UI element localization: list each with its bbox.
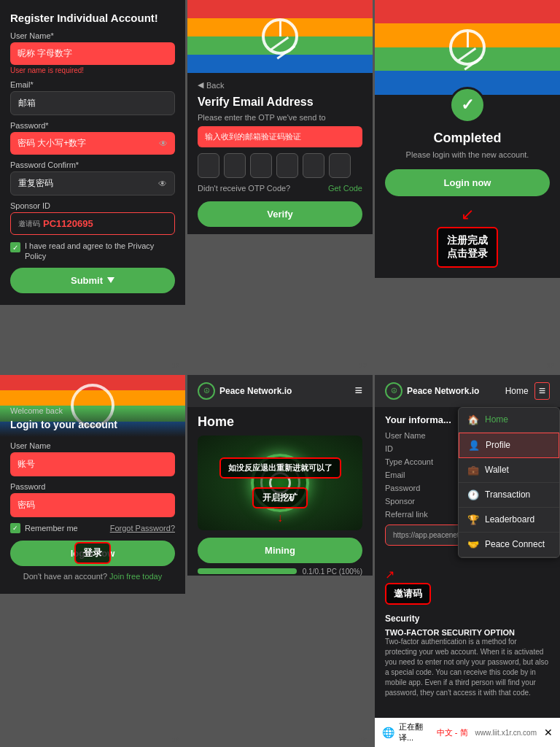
completed-cell: Completed Please login with the new acco… — [375, 0, 560, 373]
submit-button[interactable]: Submit — [10, 268, 175, 293]
username-group: User Name* 昵称 字母数字 User name is required… — [10, 31, 175, 74]
verify-subtitle: Please enter the OTP we've send to — [198, 113, 362, 122]
password-confirm-group: Password Confirm* 重复密码 👁 — [10, 160, 175, 196]
username-input[interactable]: 昵称 字母数字 — [10, 42, 175, 65]
email-input[interactable]: 邮箱 — [10, 91, 175, 115]
transaction-dropdown-icon: 🕐 — [467, 489, 479, 500]
completed-subtitle: Please login with the new account. — [406, 150, 529, 159]
privacy-checkbox[interactable] — [10, 242, 20, 252]
otp-box-4[interactable] — [276, 153, 298, 178]
privacy-row: I have read and agree to the Privacy Pol… — [10, 241, 175, 262]
password-input[interactable]: 密码 大小写+数字 👁 — [10, 132, 175, 155]
login-now-button[interactable]: Login now — [385, 169, 550, 196]
translate-status-text: 正在翻译... — [399, 721, 432, 743]
email-group: Email* 邮箱 — [10, 80, 175, 115]
home-dropdown-icon: 🏠 — [467, 414, 479, 425]
forgot-password-link[interactable]: Forgot Password? — [110, 524, 175, 533]
translate-bar: 🌐 正在翻译... 中文 - 简 www.liit.x1r.cn.com ✕ — [375, 718, 560, 747]
dropdown-item-leaderboard[interactable]: 🏆 Leaderboard — [459, 508, 559, 533]
login-username-input[interactable]: 账号 — [10, 452, 175, 476]
page-number: 18 — [172, 362, 179, 369]
login-flag-bg: Welcome back Login to your account — [0, 375, 185, 437]
peace-symbol — [262, 18, 298, 55]
register-complete-annotation: 注册完成点击登录 — [437, 227, 498, 268]
signup-link[interactable]: Join free today — [109, 572, 162, 581]
get-code-link[interactable]: Get Code — [328, 184, 362, 193]
password-label: Password* — [10, 121, 175, 130]
login-title: Login to your account — [10, 418, 117, 431]
profile-brand-name: Peace Network.io — [407, 386, 479, 396]
check-circle-icon — [449, 87, 486, 123]
verify-cell: ◀ Back Verify Email Address Please enter… — [187, 0, 373, 373]
otp-boxes — [198, 153, 362, 178]
referral-annotation-area: ↗ 邀请码 — [385, 568, 550, 605]
progress-bar — [198, 568, 297, 574]
mining-image: 如没反应退出重新进就可以了 开启挖矿 ↓ — [198, 436, 362, 530]
home-header: ☮ Peace Network.io ≡ — [187, 375, 373, 407]
verify-title: Verify Email Address — [198, 96, 362, 109]
eye-icon[interactable]: 👁 — [159, 139, 168, 149]
page-number: 18 — [172, 736, 179, 743]
login-password-input[interactable]: 密码 — [10, 493, 175, 517]
translate-close-button[interactable]: ✕ — [544, 727, 553, 738]
email-label: Email* — [10, 80, 175, 89]
wallet-dropdown-icon: 💼 — [467, 465, 479, 476]
page-number: 18 — [359, 362, 367, 369]
sponsor-hint: 邀请码 — [18, 219, 40, 229]
sponsor-input[interactable]: 邀请码 PC1120695 — [10, 212, 175, 235]
dropdown-item-profile[interactable]: 👤 Profile — [459, 433, 559, 458]
peace-symbol-completed — [449, 29, 486, 66]
start-mining-annotation: 开启挖矿 — [252, 487, 308, 508]
mining-annotation: 如没反应退出重新进就可以了 — [219, 457, 341, 479]
otp-box-5[interactable] — [303, 153, 324, 178]
dropdown-item-home[interactable]: 🏠 Home — [459, 408, 559, 433]
profile-brand-icon: ☮ — [385, 382, 402, 400]
profile-cell: ☮ Peace Network.io Home ≡ Your informa..… — [375, 375, 560, 748]
completed-flag-bg — [375, 0, 560, 95]
login-button[interactable]: 登录 login now — [10, 541, 175, 566]
flag-background — [187, 0, 373, 73]
two-factor-text: Two-factor authentication is a method fo… — [385, 637, 550, 698]
referral-annotation: 邀请码 — [385, 583, 431, 605]
hamburger-icon[interactable]: ≡ — [354, 383, 362, 398]
login-annotation: 登录 — [74, 542, 111, 564]
page-number: 18 — [359, 736, 367, 743]
mining-button[interactable]: Mining — [198, 538, 362, 563]
otp-box-3[interactable] — [250, 153, 272, 178]
two-factor-title: TWO-FACTOR SECURITY OPTION — [385, 628, 550, 637]
eye-icon-confirm[interactable]: 👁 — [158, 179, 167, 189]
username-error: User name is required! — [10, 66, 175, 74]
progress-text: 0.1/0.1 PC (100%) — [303, 568, 362, 576]
otp-box-1[interactable] — [198, 153, 219, 178]
translate-site: www.liit.x1r.cn.com — [475, 729, 537, 737]
profile-brand-logo: ☮ Peace Network.io — [385, 382, 479, 400]
otp-box-6[interactable] — [329, 153, 351, 178]
resend-row: Didn't receive OTP Code? Get Code — [198, 184, 362, 193]
home-nav-label[interactable]: Home — [505, 386, 529, 396]
brand-logo: ☮ Peace Network.io — [198, 382, 292, 400]
hamburger-menu-icon[interactable]: ≡ — [534, 382, 550, 400]
sponsor-value: PC1120695 — [43, 218, 93, 229]
peace-connect-dropdown-icon: 🤝 — [467, 539, 479, 550]
brand-name: Peace Network.io — [219, 386, 292, 396]
dropdown-item-wallet[interactable]: 💼 Wallet — [459, 458, 559, 483]
remember-row: Remember me Forgot Password? — [10, 523, 175, 533]
password-confirm-input[interactable]: 重复密码 👁 — [10, 171, 175, 196]
remember-checkbox[interactable] — [10, 523, 20, 533]
sponsor-label: Sponsor ID — [10, 201, 175, 210]
dropdown-item-transaction[interactable]: 🕐 Transaction — [459, 483, 559, 508]
remember-label: Remember me — [25, 524, 78, 533]
otp-box-2[interactable] — [224, 153, 246, 178]
red-arrow-mining: ↓ — [277, 511, 283, 525]
resend-text: Didn't receive OTP Code? — [198, 184, 290, 193]
completed-title: Completed — [433, 131, 501, 146]
dropdown-menu: 🏠 Home 👤 Profile 💼 Wallet 🕐 Transaction — [458, 407, 560, 558]
home-cell: ☮ Peace Network.io ≡ Home 如没反应退出重新进就可以了 … — [187, 375, 373, 748]
back-link[interactable]: ◀ Back — [198, 80, 362, 90]
profile-header: ☮ Peace Network.io Home ≡ — [375, 375, 560, 407]
verify-button[interactable]: Verify — [198, 201, 362, 227]
dropdown-item-peace-connect[interactable]: 🤝 Peace Connect — [459, 533, 559, 557]
red-arrow-icon: ↙ — [461, 205, 474, 224]
login-cell: Welcome back Login to your account User … — [0, 375, 185, 748]
signup-row: Don't have an account? Join free today — [10, 572, 175, 581]
